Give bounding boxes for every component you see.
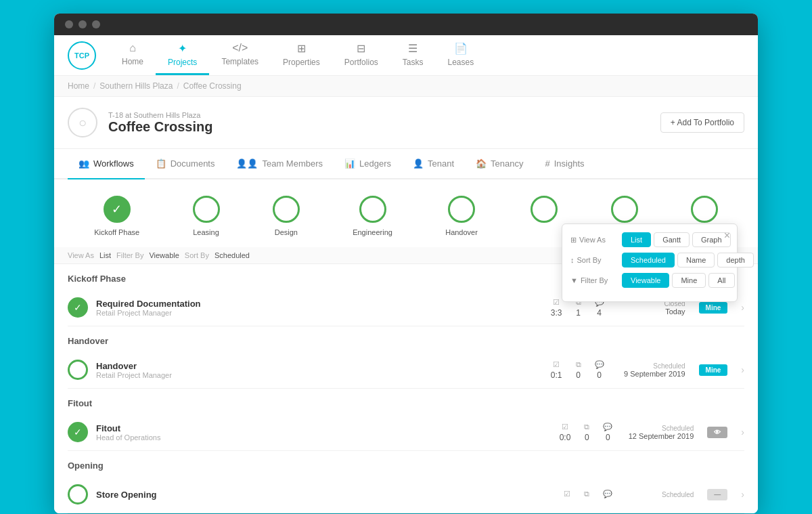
project-header: ○ T-18 at Southern Hills Plaza Coffee Cr… bbox=[54, 97, 758, 149]
comment-icon: 💬 bbox=[603, 490, 612, 498]
nav-templates[interactable]: </> Templates bbox=[209, 35, 271, 75]
team-icon: 👤👤 bbox=[236, 158, 258, 169]
tab-team-members[interactable]: 👤👤 Team Members bbox=[225, 149, 334, 179]
task-fitout-meta: ☑ 0:0 ⧉ 0 💬 0 Scheduled 12 September 201… bbox=[560, 423, 744, 442]
filter-by-value[interactable]: Viewable bbox=[149, 251, 179, 259]
leasing-circle bbox=[193, 196, 220, 223]
badge-eye-fitout: 👁 bbox=[707, 427, 727, 438]
task-row-fitout: ✓ Fitout Head of Operations ☑ 0:0 ⧉ 0 💬 … bbox=[68, 414, 744, 451]
nav-tasks[interactable]: ☰ Tasks bbox=[390, 35, 436, 75]
workflow-step-leasing[interactable]: Leasing bbox=[193, 196, 220, 236]
copy-icon: ⧉ bbox=[584, 490, 589, 498]
task-done-icon-fitout: ✓ bbox=[68, 422, 88, 442]
breadcrumb-plaza[interactable]: Southern Hills Plaza bbox=[99, 81, 173, 91]
task-row-handover: Handover Retail Project Manager ☑ 0:1 ⧉ … bbox=[68, 351, 744, 389]
tab-tenant[interactable]: 👤 Tenant bbox=[402, 149, 465, 179]
task-empty-icon-handover bbox=[68, 360, 88, 380]
kickoff-check-icon: ✓ bbox=[104, 196, 131, 223]
breadcrumb-home[interactable]: Home bbox=[68, 81, 89, 91]
badge-dash-opening: — bbox=[707, 489, 727, 500]
step6-circle bbox=[531, 196, 558, 223]
nav-properties-label: Properties bbox=[283, 58, 320, 67]
view-list-button[interactable]: List bbox=[622, 232, 651, 247]
filter-icon: ▼ bbox=[570, 276, 578, 284]
tab-tenancy[interactable]: 🏠 Tenancy bbox=[465, 149, 534, 179]
design-circle bbox=[273, 196, 300, 223]
project-subtitle: T-18 at Southern Hills Plaza bbox=[108, 111, 650, 119]
check-icon: ☑ bbox=[553, 360, 560, 369]
popup-close-button[interactable]: × bbox=[724, 230, 730, 242]
nav-properties[interactable]: ⊞ Properties bbox=[271, 35, 332, 75]
filter-all-button[interactable]: All bbox=[708, 273, 734, 288]
fitout-comments: 💬 0 bbox=[603, 423, 612, 442]
sort-depth-button[interactable]: depth bbox=[717, 253, 754, 267]
sort-name-button[interactable]: Name bbox=[677, 253, 715, 267]
step7-circle bbox=[611, 196, 638, 223]
grid-icon: ⊞ bbox=[570, 236, 577, 244]
view-as-value[interactable]: List bbox=[99, 251, 111, 259]
workflow-step-kickoff[interactable]: ✓ Kickoff Phase bbox=[94, 196, 139, 236]
sort-by-value[interactable]: Scheduled bbox=[215, 251, 250, 259]
tab-documents[interactable]: 📋 Documents bbox=[145, 149, 226, 179]
sort-scheduled-button[interactable]: Scheduled bbox=[622, 253, 675, 267]
properties-icon: ⊞ bbox=[297, 42, 306, 55]
badge-mine: Mine bbox=[699, 302, 728, 314]
step8-circle bbox=[691, 196, 718, 223]
check-icon: ☑ bbox=[562, 423, 568, 431]
nav-leases-label: Leases bbox=[448, 58, 474, 67]
section-fitout: Fitout bbox=[68, 389, 744, 414]
fitout-date: Scheduled 12 September 2019 bbox=[626, 425, 694, 440]
arrow-opening[interactable]: › bbox=[741, 489, 744, 500]
task-checks-group: ☑ 3:3 bbox=[551, 298, 562, 318]
task-done-icon: ✓ bbox=[68, 297, 88, 318]
nav-projects[interactable]: ✦ Projects bbox=[156, 35, 209, 75]
leases-icon: 📄 bbox=[454, 42, 468, 55]
nav-templates-label: Templates bbox=[221, 57, 258, 66]
tab-insights[interactable]: # Insights bbox=[535, 149, 595, 179]
copy-icon: ⧉ bbox=[576, 360, 581, 369]
workflows-icon: 👥 bbox=[78, 158, 89, 169]
comment-icon: 💬 bbox=[603, 423, 612, 431]
arrow-handover[interactable]: › bbox=[741, 364, 744, 375]
breadcrumb-sep-2: / bbox=[177, 81, 179, 91]
portfolios-icon: ⊟ bbox=[357, 42, 365, 55]
view-gantt-button[interactable]: Gantt bbox=[654, 232, 690, 247]
task-handover-info: Handover Retail Project Manager bbox=[96, 361, 543, 379]
section-handover: Handover bbox=[68, 326, 744, 351]
task-opening-meta: ☑ ⧉ 💬 Scheduled — › bbox=[564, 489, 744, 500]
workflow-step-engineering[interactable]: Engineering bbox=[353, 196, 392, 236]
arrow-fitout[interactable]: › bbox=[741, 427, 744, 437]
popup-view-buttons: List Gantt Graph bbox=[622, 232, 731, 247]
browser-dot-green bbox=[92, 20, 100, 28]
nav-items: ⌂ Home ✦ Projects </> Templates ⊞ Proper… bbox=[110, 35, 486, 75]
add-portfolio-button[interactable]: + Add To Portfolio bbox=[660, 112, 744, 133]
logo[interactable]: TCP bbox=[68, 41, 96, 70]
section-opening: Opening bbox=[68, 451, 744, 476]
opening-date: Scheduled bbox=[626, 491, 694, 498]
popup-filter-label: ▼ Filter By bbox=[570, 276, 616, 284]
handover-copies: ⧉ 0 bbox=[576, 360, 581, 380]
breadcrumb-current: Coffee Crossing bbox=[183, 81, 242, 91]
tab-ledgers[interactable]: 📊 Ledgers bbox=[334, 149, 402, 179]
tab-workflows[interactable]: 👥 Workflows bbox=[68, 149, 145, 179]
tasks-icon: ☰ bbox=[408, 42, 418, 55]
nav-portfolios[interactable]: ⊟ Portfolios bbox=[332, 35, 390, 75]
breadcrumb: Home / Southern Hills Plaza / Coffee Cro… bbox=[54, 76, 758, 97]
workflow-step-design[interactable]: Design bbox=[273, 196, 300, 236]
projects-icon: ✦ bbox=[178, 42, 187, 55]
nav-tasks-label: Tasks bbox=[403, 58, 424, 67]
filter-viewable-button[interactable]: Viewable bbox=[622, 273, 669, 288]
nav-home[interactable]: ⌂ Home bbox=[110, 35, 156, 75]
nav-leases[interactable]: 📄 Leases bbox=[436, 35, 487, 75]
task-opening-info: Store Opening bbox=[96, 490, 556, 500]
workflow-step-6[interactable] bbox=[531, 196, 558, 236]
view-as-label: View As bbox=[68, 251, 94, 259]
arrow-icon[interactable]: › bbox=[741, 302, 744, 313]
sort-icon: ↕ bbox=[570, 256, 574, 264]
comment-icon: 💬 bbox=[595, 360, 604, 369]
task-handover-role: Retail Project Manager bbox=[96, 371, 543, 379]
filter-mine-button[interactable]: Mine bbox=[672, 273, 706, 288]
workflow-step-handover[interactable]: Handover bbox=[445, 196, 478, 236]
breadcrumb-sep-1: / bbox=[93, 81, 95, 91]
handover-circle bbox=[448, 196, 475, 223]
